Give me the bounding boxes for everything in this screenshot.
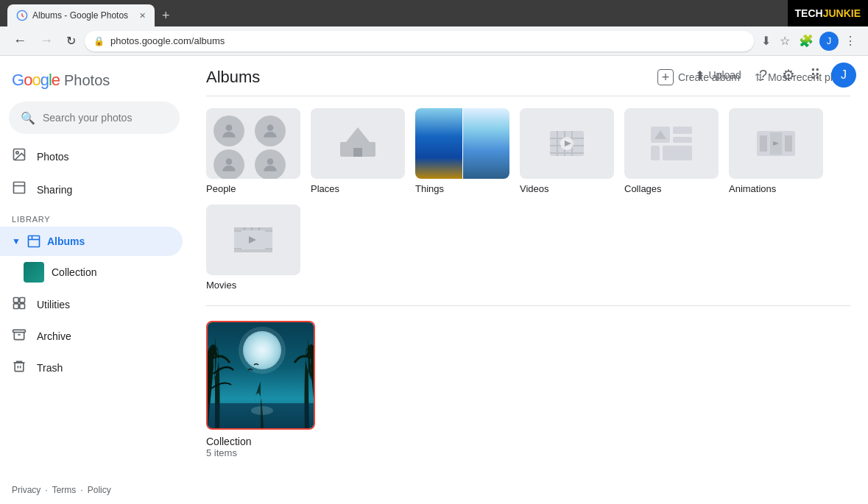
movies-label: Movies [206,280,300,291]
svg-point-54 [239,327,286,374]
svg-rect-4 [28,236,39,247]
upload-icon: ⬆ [695,68,705,82]
utilities-label: Utilities [37,299,70,310]
sidebar-item-archive[interactable]: Archive [0,320,183,352]
lock-icon: 🔒 [93,36,105,46]
refresh-button[interactable]: ↻ [62,31,80,51]
svg-rect-6 [20,298,25,303]
header-right-actions: ⬆ Upload ? ⚙ ⠿ J [688,62,857,88]
techjunkie-logo: TECHJUNKIE [788,0,868,26]
archive-label: Archive [37,330,71,342]
videos-thumb [520,108,614,179]
dropdown-arrow-icon: ▼ [12,236,21,246]
svg-marker-36 [760,135,767,152]
photos-label: Photos [37,151,69,163]
collection-album-card[interactable]: Collection 5 items [206,321,315,458]
svg-rect-18 [353,148,362,157]
apps-icon[interactable]: ⠿ [805,62,825,88]
policy-link[interactable]: Policy [88,485,111,495]
things-thumb [415,108,509,179]
browser-navbar: ← → ↻ 🔒 ⬇ ☆ 🧩 J ⋮ [0,26,868,56]
extension-icon[interactable]: 🧩 [796,31,816,51]
movies-thumb [206,205,300,275]
svg-rect-9 [13,330,26,332]
albums-label: Albums [47,235,85,247]
svg-point-14 [267,158,274,165]
collection-item[interactable]: Collection [0,256,183,288]
profile-circle-nav[interactable]: J [819,32,839,51]
album-card-animations[interactable]: Animations [729,108,823,194]
collection-album-count: 5 items [206,447,315,458]
back-button[interactable]: ← [9,30,31,52]
logo-area: Google Photos [0,62,188,99]
tab-close-icon[interactable]: ✕ [139,11,146,21]
address-bar[interactable]: 🔒 [85,31,754,52]
svg-point-12 [267,124,274,131]
user-albums-grid: Collection 5 items [206,321,850,458]
browser-tab[interactable]: Albums - Google Photos ✕ [7,4,155,26]
utilities-icon [12,296,27,313]
section-divider [206,305,850,306]
videos-label: Videos [520,183,614,194]
profile-circle[interactable]: J [831,63,856,88]
main-content: Albums + Create album ⇅ Most recent phot… [188,56,868,504]
forward-button[interactable]: → [35,30,57,52]
animations-label: Animations [729,183,823,194]
sidebar-item-photos[interactable]: Photos [0,140,183,173]
search-bar[interactable]: 🔍 [9,102,180,134]
svg-marker-37 [785,135,792,152]
menu-dots-icon[interactable]: ⋮ [841,31,859,51]
trash-icon [12,359,27,376]
help-icon[interactable]: ? [755,63,772,88]
add-icon: + [657,69,674,85]
collection-label: Collection [52,266,96,278]
animations-thumb [729,108,823,179]
places-thumb [311,108,405,179]
svg-rect-3 [14,182,25,194]
album-card-things[interactable]: Things [415,108,509,194]
places-label: Places [311,183,405,194]
svg-rect-31 [651,146,660,160]
sidebar-item-sharing[interactable]: Sharing [0,173,183,206]
new-tab-button[interactable]: + [158,4,174,26]
people-thumb [206,108,300,179]
svg-rect-30 [673,137,692,143]
album-card-people[interactable]: People [206,108,300,194]
svg-rect-29 [673,127,692,134]
svg-rect-5 [14,298,19,303]
archive-icon [12,327,27,344]
tab-title: Albums - Google Photos [32,10,128,21]
sidebar-item-utilities[interactable]: Utilities [0,288,183,320]
svg-point-11 [226,124,233,131]
download-icon[interactable]: ⬇ [758,31,774,51]
album-card-videos[interactable]: Videos [520,108,614,194]
dot-separator-1: · [45,485,47,495]
sidebar-item-trash[interactable]: Trash [0,352,183,383]
category-albums-grid: People Places [206,108,850,291]
trash-label: Trash [37,362,63,374]
svg-rect-10 [15,363,24,372]
product-name: Photos [64,72,110,89]
url-input[interactable] [110,35,745,46]
star-icon[interactable]: ☆ [777,31,793,51]
albums-icon [27,234,41,249]
collection-thumb [24,262,44,283]
album-card-collages[interactable]: Collages [624,108,719,194]
svg-rect-8 [20,304,25,309]
people-label: People [206,183,300,194]
sidebar-footer: Privacy · Terms · Policy [0,476,188,504]
collection-album-name: Collection [206,436,315,447]
search-input[interactable] [43,112,172,124]
settings-icon[interactable]: ⚙ [777,62,800,88]
album-card-movies[interactable]: Movies [206,205,300,291]
junkie-text: JUNKIE [823,7,861,19]
upload-button[interactable]: ⬆ Upload [688,64,749,87]
sidebar-item-albums[interactable]: ▼ Albums [0,227,183,256]
terms-link[interactable]: Terms [52,485,77,495]
sharing-label: Sharing [37,184,72,196]
privacy-link[interactable]: Privacy [12,485,40,495]
album-card-places[interactable]: Places [311,108,405,194]
dot-separator-2: · [80,485,82,495]
sidebar: Google Photos 🔍 Photos Sharing LIBRARY ▼ [0,56,188,504]
library-section-label: LIBRARY [0,206,188,227]
